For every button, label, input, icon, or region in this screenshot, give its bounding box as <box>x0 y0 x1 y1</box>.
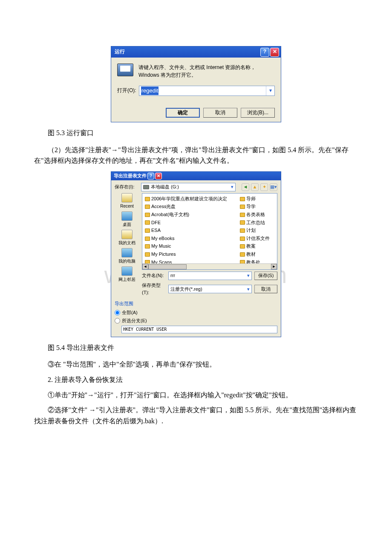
chevron-down-icon[interactable]: ▾ <box>247 286 250 293</box>
paragraph-step-2: （2）先选择"注册表"→"导出注册表文件"项，弹出"导出注册表文件"窗口，如图 … <box>34 145 358 166</box>
list-item[interactable]: 教案 <box>240 243 277 250</box>
list-item[interactable]: My Music <box>145 243 227 250</box>
place-recent[interactable]: Recent <box>120 193 134 210</box>
list-item[interactable]: Acrobat(电子文档) <box>145 211 227 219</box>
export-registry-dialog: 导出注册表文件 ? ✕ 保存在(I): 本地磁盘 (G:) ▾ ◄ ▲ <box>111 171 281 337</box>
save-in-value: 本地磁盘 (G:) <box>151 183 179 191</box>
folder-icon <box>145 228 150 233</box>
list-item[interactable]: 教材 <box>240 251 277 258</box>
branch-path-input[interactable] <box>121 326 277 333</box>
folder-icon <box>145 252 150 257</box>
folder-icon <box>145 197 150 201</box>
figure-caption-5-4: 图 5.4 导出注册表文件 <box>34 342 358 353</box>
place-network[interactable]: 网上邻居 <box>118 266 135 283</box>
folder-name: 教材 <box>246 251 256 258</box>
list-item[interactable]: 导师 <box>240 195 277 203</box>
place-mydocs[interactable]: 我的文档 <box>118 230 135 246</box>
folder-name: 计划 <box>246 227 256 234</box>
open-input[interactable]: regedit <box>139 86 266 95</box>
place-label: Recent <box>120 203 134 210</box>
scroll-left-button[interactable]: ◄ <box>142 264 148 269</box>
chevron-down-icon[interactable]: ▾ <box>266 86 274 95</box>
new-folder-icon[interactable]: ✦ <box>260 183 268 191</box>
folder-icon <box>240 252 245 257</box>
run-description: 请键入程序、文件夹、文档或 Internet 资源的名称，Windows 将为您… <box>138 64 275 79</box>
filename-input[interactable]: rrr ▾ <box>168 272 252 280</box>
folder-icon <box>145 205 150 209</box>
run-dialog: 运行 ? ✕ 请键入程序、文件夹、文档或 Internet 资源的名称，Wind… <box>111 46 281 122</box>
chevron-down-icon[interactable]: ▾ <box>231 183 233 191</box>
help-button[interactable]: ? <box>260 48 269 57</box>
list-item[interactable]: 工作总结 <box>240 219 277 227</box>
folder-name: Access光盘 <box>151 203 176 211</box>
place-mycomputer[interactable]: 我的电脑 <box>118 248 135 265</box>
folder-name: ESA <box>151 227 161 234</box>
folder-name: 2006年学院重点教材建设立项的决定 <box>151 195 227 203</box>
help-button[interactable]: ? <box>147 173 154 179</box>
folder-icon <box>240 228 245 233</box>
folder-icon <box>121 193 133 202</box>
run-title: 运行 <box>115 48 125 56</box>
folder-icon <box>145 244 150 249</box>
open-combobox[interactable]: regedit ▾ <box>139 86 275 96</box>
paragraph-step-1b: ①单击"开始"→"运行"，打开"运行"窗口。在选择框内输入"regedit"按"… <box>34 390 358 401</box>
list-item[interactable]: Access光盘 <box>145 203 227 211</box>
save-in-label: 保存在(I): <box>115 183 138 191</box>
computer-icon <box>121 248 133 257</box>
filetype-combobox[interactable]: 注册文件(*.reg) ▾ <box>168 285 252 293</box>
folder-name: 教案 <box>246 243 256 250</box>
run-titlebar[interactable]: 运行 ? ✕ <box>111 46 281 58</box>
folder-icon <box>240 237 245 241</box>
close-button[interactable]: ✕ <box>155 173 162 179</box>
list-item[interactable]: 各类表格 <box>240 211 277 219</box>
list-item[interactable]: My eBooks <box>145 235 227 243</box>
list-item[interactable]: 2006年学院重点教材建设立项的决定 <box>145 195 227 203</box>
folder-icon <box>145 220 150 225</box>
list-item[interactable]: 计信系文件 <box>240 235 277 243</box>
paragraph-step-2b: ②选择"文件" →"引入注册表"。弹出"导入注册表文件"窗口，如图 5.5 所示… <box>34 405 358 426</box>
folder-name: My eBooks <box>151 235 174 243</box>
paragraph-step-3: ③在 "导出范围"，选中"全部"选项，再单击"保存"按钮。 <box>34 359 358 370</box>
folder-name: DFE <box>151 219 161 227</box>
browse-button[interactable]: 浏览(B)... <box>241 108 275 118</box>
folder-icon <box>240 205 245 209</box>
cancel-button[interactable]: 取消 <box>254 285 277 293</box>
save-in-combobox[interactable]: 本地磁盘 (G:) ▾ <box>141 183 236 191</box>
ok-button[interactable]: 确定 <box>166 108 200 118</box>
scroll-thumb[interactable] <box>148 264 187 269</box>
folder-name: My Music <box>151 243 171 250</box>
paragraph-heading-2: 2. 注册表导入备份恢复法 <box>34 374 358 385</box>
up-folder-icon[interactable]: ▲ <box>251 183 259 191</box>
place-label: 桌面 <box>123 221 131 228</box>
range-branch-radio[interactable] <box>115 318 120 324</box>
list-item[interactable]: My Pictures <box>145 251 227 258</box>
file-list[interactable]: 2006年学院重点教材建设立项的决定Access光盘Acrobat(电子文档)D… <box>142 193 277 270</box>
views-icon[interactable]: ▦▾ <box>270 183 277 191</box>
save-button[interactable]: 保存(S) <box>254 272 277 280</box>
place-desktop[interactable]: 桌面 <box>121 211 133 228</box>
folder-icon <box>145 237 150 241</box>
list-item[interactable]: DFE <box>145 219 227 227</box>
place-label: 我的文档 <box>118 240 135 246</box>
place-label: 网上邻居 <box>118 276 135 283</box>
list-item[interactable]: 计划 <box>240 227 277 234</box>
filename-label: 文件名(N): <box>142 272 166 280</box>
cancel-button[interactable]: 取消 <box>203 108 237 118</box>
list-item[interactable]: 导学 <box>240 203 277 211</box>
list-item[interactable]: ESA <box>145 227 227 234</box>
chevron-down-icon[interactable]: ▾ <box>247 272 250 280</box>
horizontal-scrollbar[interactable]: ◄ ► <box>142 263 277 269</box>
folder-icon <box>240 197 245 201</box>
close-button[interactable]: ✕ <box>270 48 279 57</box>
export-titlebar[interactable]: 导出注册表文件 ? ✕ <box>111 172 281 180</box>
range-branch-label: 所选分支(E) <box>122 317 147 325</box>
folder-name: 工作总结 <box>246 219 265 227</box>
back-icon[interactable]: ◄ <box>242 183 249 191</box>
filename-value: rrr <box>170 272 175 280</box>
folder-icon <box>240 213 245 217</box>
drive-icon <box>143 185 149 189</box>
folder-name: Acrobat(电子文档) <box>151 211 189 219</box>
range-all-radio[interactable] <box>115 310 120 315</box>
scroll-right-button[interactable]: ► <box>271 264 277 269</box>
folder-name: 导师 <box>246 195 256 203</box>
